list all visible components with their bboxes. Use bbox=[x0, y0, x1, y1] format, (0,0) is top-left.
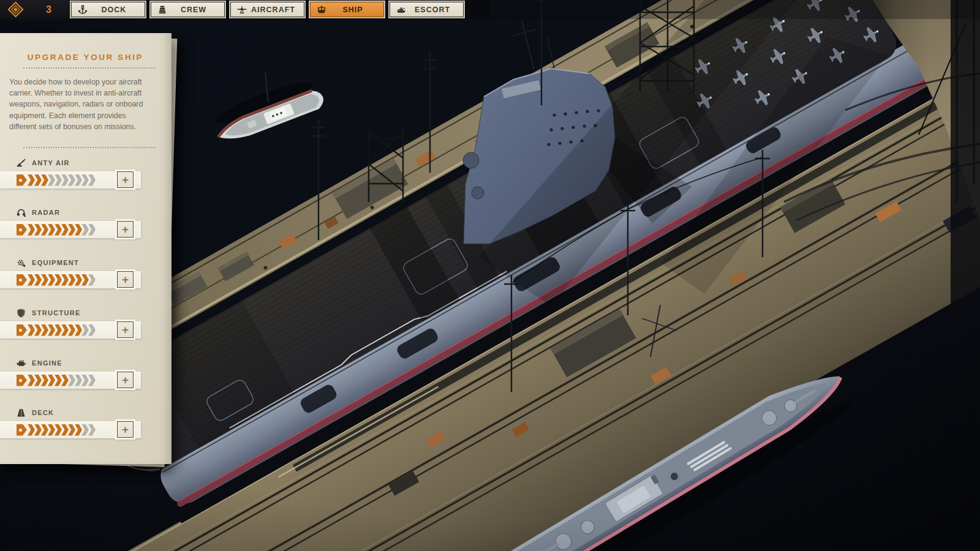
anchor-icon bbox=[77, 4, 88, 15]
chevron-empty bbox=[88, 375, 96, 386]
anti-air-gun-icon bbox=[16, 158, 26, 168]
crew-cap-icon bbox=[157, 4, 168, 15]
chevron-filled bbox=[75, 324, 82, 336]
upgrade-radar-plus-button[interactable]: + bbox=[117, 221, 134, 238]
level-badge bbox=[17, 174, 27, 186]
upgrade-bar: + bbox=[0, 171, 141, 189]
chevron-filled bbox=[75, 274, 82, 286]
chevron-filled bbox=[55, 324, 62, 336]
gear-wrench-icon bbox=[16, 258, 26, 268]
chevron-filled bbox=[34, 174, 42, 186]
chevron-empty bbox=[88, 174, 96, 186]
chevron-filled bbox=[28, 224, 35, 236]
tab-aircraft[interactable]: AIRCRAFT bbox=[230, 2, 304, 17]
divider bbox=[23, 147, 155, 148]
top-hud: 3 DOCK CREW bbox=[0, 0, 980, 19]
chevron-empty bbox=[81, 424, 89, 436]
level-badge bbox=[17, 375, 27, 386]
upgrade-row-structure: STRUCTURE + bbox=[0, 307, 171, 339]
tab-escort[interactable]: ESCORT bbox=[390, 2, 464, 17]
level-chevrons bbox=[28, 324, 96, 336]
ship-crane-icon bbox=[316, 4, 327, 15]
upgrade-bar: + bbox=[0, 421, 141, 438]
chevron-filled bbox=[41, 274, 48, 286]
chevron-filled bbox=[61, 324, 69, 336]
chevron-filled bbox=[61, 375, 69, 386]
upgrade-row-radar: RADAR + bbox=[0, 207, 171, 238]
chevron-empty bbox=[75, 174, 82, 186]
chevron-filled bbox=[48, 224, 55, 236]
level-badge bbox=[17, 424, 27, 436]
tab-dock-label: DOCK bbox=[88, 6, 140, 14]
tab-crew[interactable]: CREW bbox=[151, 2, 225, 17]
chevron-filled bbox=[34, 274, 42, 286]
panel-title: UPGRADE YOUR SHIP bbox=[0, 33, 171, 62]
chevron-filled bbox=[28, 324, 35, 336]
upgrade-label: DECK bbox=[32, 409, 54, 416]
upgrade-bar: + bbox=[0, 221, 141, 238]
chevron-empty bbox=[48, 174, 55, 186]
chevron-filled bbox=[68, 324, 75, 336]
chevron-empty bbox=[88, 274, 96, 286]
chevron-empty bbox=[61, 174, 69, 186]
upgrade-bar: + bbox=[0, 372, 141, 389]
upgrade-structure-plus-button[interactable]: + bbox=[117, 321, 134, 338]
upgrade-panel: UPGRADE YOUR SHIP You decide how to deve… bbox=[0, 33, 172, 464]
chevron-empty bbox=[88, 324, 96, 336]
chevron-filled bbox=[68, 224, 75, 236]
upgrade-anty-air-plus-button[interactable]: + bbox=[117, 171, 134, 188]
escort-warship-icon bbox=[396, 4, 407, 15]
level-chevrons bbox=[28, 224, 96, 236]
chevron-filled bbox=[55, 274, 62, 286]
upgrade-engine-plus-button[interactable]: + bbox=[117, 372, 134, 388]
chevron-filled bbox=[41, 174, 48, 186]
chevron-filled bbox=[68, 424, 75, 436]
runway-deck-icon bbox=[16, 408, 26, 418]
chevron-filled bbox=[41, 375, 48, 386]
chevron-filled bbox=[48, 375, 55, 386]
chevron-filled bbox=[61, 224, 69, 236]
chevron-empty bbox=[68, 375, 75, 386]
resource-count: 3 bbox=[46, 4, 51, 15]
chevron-filled bbox=[41, 224, 48, 236]
tab-ship-label: SHIP bbox=[327, 6, 379, 14]
upgrade-bar: + bbox=[0, 321, 141, 339]
chevron-empty bbox=[81, 324, 89, 336]
chevron-filled bbox=[41, 324, 48, 336]
chevron-filled bbox=[55, 224, 62, 236]
upgrade-deck-plus-button[interactable]: + bbox=[117, 421, 134, 438]
upgrade-equipment-plus-button[interactable]: + bbox=[117, 271, 134, 288]
level-chevrons bbox=[28, 274, 96, 286]
chevron-empty bbox=[88, 424, 96, 436]
tab-crew-label: CREW bbox=[168, 6, 219, 14]
chevron-filled bbox=[41, 424, 48, 436]
chevron-filled bbox=[61, 274, 69, 286]
game-screen: 3 DOCK CREW bbox=[0, 0, 980, 551]
headphones-icon bbox=[16, 208, 26, 218]
level-chevrons bbox=[28, 424, 96, 436]
upgrade-label: RADAR bbox=[32, 209, 60, 216]
tab-aircraft-label: AIRCRAFT bbox=[247, 6, 299, 14]
level-chevrons bbox=[28, 174, 96, 186]
chevron-empty bbox=[68, 174, 75, 186]
upgrade-row-equipment: EQUIPMENT + bbox=[0, 257, 171, 288]
chevron-filled bbox=[68, 274, 75, 286]
chevron-filled bbox=[75, 224, 82, 236]
chevron-filled bbox=[48, 324, 55, 336]
chevron-filled bbox=[34, 424, 42, 436]
chevron-empty bbox=[81, 224, 89, 236]
tab-ship[interactable]: SHIP bbox=[310, 2, 384, 17]
tab-dock[interactable]: DOCK bbox=[71, 2, 145, 17]
tab-escort-label: ESCORT bbox=[407, 6, 458, 14]
chevron-empty bbox=[75, 375, 82, 386]
aircraft-icon bbox=[236, 4, 247, 15]
upgrade-label: EQUIPMENT bbox=[32, 259, 79, 266]
chevron-filled bbox=[28, 424, 35, 436]
level-badge bbox=[17, 274, 27, 286]
engine-icon bbox=[16, 358, 26, 369]
panel-description: You decide how to develop your aircraft … bbox=[9, 77, 153, 132]
upgrade-row-anty-air: ANTY AIR + bbox=[0, 157, 171, 189]
upgrade-row-engine: ENGINE + bbox=[0, 358, 171, 389]
game-logo-diamond-icon bbox=[7, 1, 24, 18]
chevron-filled bbox=[61, 424, 69, 436]
